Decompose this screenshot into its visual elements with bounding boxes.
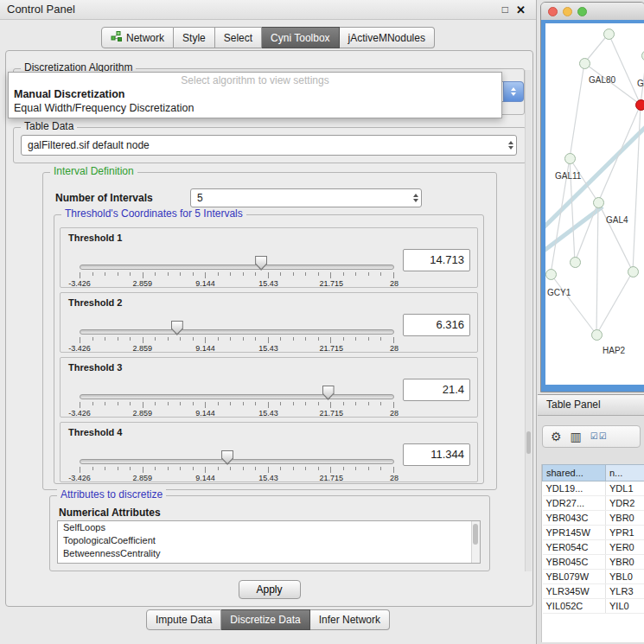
threshold-3-value-field[interactable]: 21.4 xyxy=(403,379,470,401)
node-label: GAL11 xyxy=(555,171,581,181)
tick-mark xyxy=(180,272,181,276)
attribute-list-item[interactable]: BetweennessCentrality xyxy=(58,547,480,560)
network-icon xyxy=(111,31,122,44)
threshold-4-slider[interactable]: -3.4262.8599.14415.4321.71528 xyxy=(80,445,394,480)
table-row[interactable]: YER054CYER0 xyxy=(543,540,644,555)
combo-stepper-icon[interactable] xyxy=(508,136,513,155)
tab-select[interactable]: Select xyxy=(215,27,262,48)
table-cell[interactable]: YPR145W xyxy=(543,526,606,540)
table-row[interactable]: YPR145WYPR1 xyxy=(543,526,644,540)
network-node[interactable] xyxy=(635,99,644,111)
table-cell[interactable]: YDL19... xyxy=(543,481,606,496)
network-node[interactable] xyxy=(591,329,603,341)
table-panel-header[interactable]: Table Panel xyxy=(538,394,644,416)
table-cell[interactable]: YDL1 xyxy=(606,481,644,496)
tab-jactivemnodules[interactable]: jActiveMNodules xyxy=(340,27,435,48)
tab-style[interactable]: Style xyxy=(174,27,215,48)
combo-stepper-icon[interactable] xyxy=(413,189,418,207)
control-panel-titlebar[interactable]: Control Panel □ ✕ xyxy=(0,0,536,20)
threshold-2-slider[interactable]: -3.4262.8599.14415.4321.71528 xyxy=(80,316,394,350)
column-header-name[interactable]: n... xyxy=(606,465,644,481)
close-light-icon[interactable] xyxy=(548,7,558,16)
scrollbar-thumb[interactable] xyxy=(526,431,531,454)
attribute-list-item[interactable]: SelfLoops xyxy=(58,521,480,534)
table-cell[interactable]: YER054C xyxy=(543,540,606,555)
columns-icon[interactable]: ▥ xyxy=(571,430,582,443)
tick-mark xyxy=(305,467,306,470)
network-node[interactable] xyxy=(564,153,576,164)
network-node[interactable] xyxy=(579,58,590,69)
table-row[interactable]: YIL052CYIL0 xyxy=(543,599,644,614)
node-label: GAL80 xyxy=(589,75,615,85)
table-row[interactable]: YBR043CYBR0 xyxy=(543,511,644,526)
panel-scrollbar[interactable] xyxy=(525,70,532,571)
window-controls: □ ✕ xyxy=(502,0,526,19)
number-of-intervals-combobox[interactable]: 5 xyxy=(190,188,422,207)
table-cell[interactable]: YIL052C xyxy=(543,599,606,614)
screen: Control Panel □ ✕ Network xyxy=(0,0,644,644)
table-cell[interactable]: YER0 xyxy=(606,540,644,555)
table-cell[interactable]: YBR045C xyxy=(543,555,606,570)
float-window-icon[interactable]: □ xyxy=(502,3,508,16)
table-cell[interactable]: YDR27... xyxy=(543,496,606,511)
dropdown-option-manual-discretization[interactable]: Manual Discretization xyxy=(9,87,501,101)
settings-icon[interactable]: ⚙ xyxy=(551,430,562,443)
tab-discretize-data[interactable]: Discretize Data xyxy=(221,609,309,630)
attribute-list-item[interactable]: TopologicalCoefficient xyxy=(58,534,480,547)
tab-infer-network[interactable]: Infer Network xyxy=(310,609,390,630)
apply-button[interactable]: Apply xyxy=(239,580,301,599)
tick-mark xyxy=(168,402,169,405)
slider-track[interactable] xyxy=(80,265,394,270)
threshold-2-value-field[interactable]: 6.316 xyxy=(403,314,470,336)
slider-track[interactable] xyxy=(80,394,394,399)
threshold-3-slider[interactable]: -3.4262.8599.14415.4321.71528 xyxy=(80,380,394,415)
table-cell[interactable]: YPR1 xyxy=(606,526,644,540)
list-scrollbar[interactable] xyxy=(471,521,480,563)
zoom-light-icon[interactable] xyxy=(577,7,587,16)
slider-track[interactable] xyxy=(80,329,394,335)
table-cell[interactable]: YBR0 xyxy=(606,511,644,526)
group-label: Table Data xyxy=(21,120,77,132)
tab-impute-data[interactable]: Impute Data xyxy=(146,609,221,630)
threshold-1-value-field[interactable]: 14.713 xyxy=(403,249,470,271)
table-data-combobox[interactable]: galFiltered.sif default node xyxy=(21,135,517,156)
combo-stepper-icon[interactable] xyxy=(503,81,524,102)
table-row[interactable]: YBL079WYBL0 xyxy=(543,570,644,584)
top-tab-bar: Network Style Select Cyni Toolbox jActiv… xyxy=(0,27,536,48)
threshold-4-value-field[interactable]: 11.344 xyxy=(403,443,470,466)
dropdown-option-equal-width-frequency[interactable]: Equal Width/Frequency Discretization xyxy=(9,101,501,115)
table-cell[interactable]: YBR0 xyxy=(606,555,644,570)
table-cell[interactable]: YDR2 xyxy=(606,496,644,511)
network-window-titlebar[interactable] xyxy=(541,3,644,21)
network-node[interactable] xyxy=(603,29,615,40)
table-cell[interactable]: YLR345W xyxy=(543,584,606,599)
table-cell[interactable]: YBL0 xyxy=(606,570,644,584)
tab-network[interactable]: Network xyxy=(101,27,174,48)
combo-value: galFiltered.sif default node xyxy=(28,136,150,155)
network-canvas[interactable]: GAL80GAGAL11GAL4GCY1HAP2 xyxy=(545,23,644,385)
tab-cyni-toolbox[interactable]: Cyni Toolbox xyxy=(262,27,339,48)
network-view-frame: GAL80GAGAL11GAL4GCY1HAP2 xyxy=(541,20,644,392)
table-row[interactable]: YLR345WYLR3 xyxy=(543,584,644,599)
table-row[interactable]: YBR045CYBR0 xyxy=(543,555,644,570)
minimize-light-icon[interactable] xyxy=(563,7,572,16)
table-row[interactable]: YDL19...YDL1 xyxy=(543,481,644,496)
node-table-container: shared... n... YDL19...YDL1YDR27...YDR2Y… xyxy=(541,464,644,642)
network-node[interactable] xyxy=(570,257,581,268)
slider-track[interactable] xyxy=(80,459,394,464)
scrollbar-thumb[interactable] xyxy=(473,524,478,545)
close-icon[interactable]: ✕ xyxy=(516,3,526,16)
numerical-attributes-list[interactable]: SelfLoopsTopologicalCoefficientBetweenne… xyxy=(57,520,481,564)
table-cell[interactable]: YBR043C xyxy=(543,511,606,526)
network-node[interactable] xyxy=(545,269,557,280)
table-cell[interactable]: YBL079W xyxy=(543,570,606,584)
network-node[interactable] xyxy=(628,266,639,277)
select-columns-icon[interactable]: ☑☑ xyxy=(590,432,608,441)
tick-mark xyxy=(143,272,143,278)
table-cell[interactable]: YIL0 xyxy=(606,599,644,614)
table-row[interactable]: YDR27...YDR2 xyxy=(543,496,644,511)
table-cell[interactable]: YLR3 xyxy=(606,584,644,599)
network-node[interactable] xyxy=(593,197,604,208)
column-header-shared-name[interactable]: shared... xyxy=(543,465,606,481)
threshold-1-slider[interactable]: -3.4262.8599.14415.4321.71528 xyxy=(80,251,394,285)
